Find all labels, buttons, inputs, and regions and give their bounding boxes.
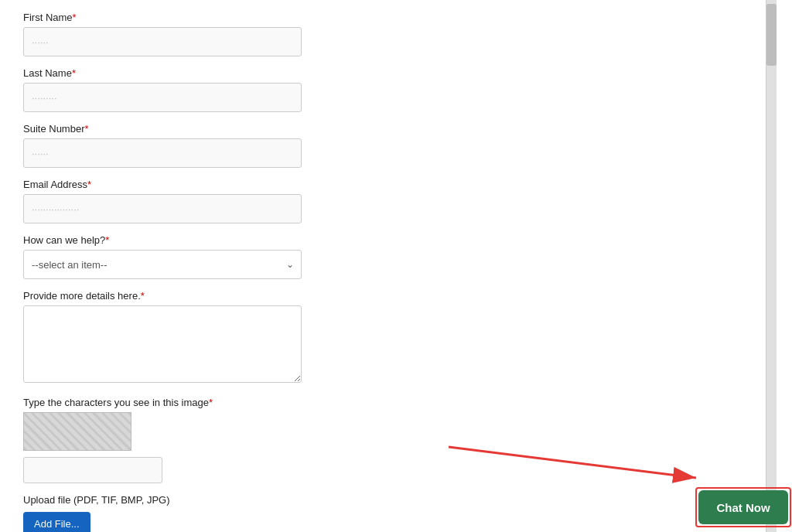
select-wrapper: --select an item-- ⌄ <box>23 250 302 279</box>
form-area: First Name* Last Name* Suite Number* Ema… <box>0 0 766 532</box>
required-star: * <box>209 397 213 408</box>
required-star: * <box>72 67 76 79</box>
last-name-input[interactable] <box>23 83 302 112</box>
add-file-button[interactable]: Add File... <box>23 512 90 532</box>
upload-group: Upload file (PDF, TIF, BMP, JPG) Add Fil… <box>23 494 742 532</box>
required-star: * <box>141 290 145 302</box>
required-star: * <box>73 12 77 23</box>
suite-number-input[interactable] <box>23 138 302 168</box>
email-address-input[interactable] <box>23 194 302 223</box>
page-container: First Name* Last Name* Suite Number* Ema… <box>0 0 792 532</box>
required-star: * <box>87 179 91 190</box>
last-name-group: Last Name* <box>23 67 742 112</box>
required-star: * <box>84 123 88 135</box>
captcha-group: Type the characters you see in this imag… <box>23 397 742 483</box>
required-star: * <box>105 234 109 246</box>
upload-label: Upload file (PDF, TIF, BMP, JPG) <box>23 494 742 506</box>
email-address-group: Email Address* <box>23 179 742 223</box>
first-name-input[interactable] <box>23 27 302 56</box>
suite-number-group: Suite Number* <box>23 123 742 168</box>
more-details-label: Provide more details here.* <box>23 290 742 302</box>
captcha-label: Type the characters you see in this imag… <box>23 397 742 408</box>
chat-now-button[interactable]: Chat Now <box>698 490 788 524</box>
how-can-we-help-label: How can we help?* <box>23 234 742 246</box>
suite-number-label: Suite Number* <box>23 123 742 135</box>
last-name-label: Last Name* <box>23 67 742 79</box>
scrollbar-thumb <box>766 4 777 66</box>
captcha-input[interactable] <box>23 457 162 483</box>
captcha-image <box>23 412 131 451</box>
how-can-we-help-select[interactable]: --select an item-- <box>23 250 302 279</box>
more-details-textarea[interactable] <box>23 305 302 383</box>
more-details-group: Provide more details here.* <box>23 290 742 386</box>
first-name-label: First Name* <box>23 12 742 23</box>
how-can-we-help-group: How can we help?* --select an item-- ⌄ <box>23 234 742 279</box>
first-name-group: First Name* <box>23 12 742 56</box>
email-address-label: Email Address* <box>23 179 742 190</box>
scrollbar[interactable] <box>766 0 777 532</box>
